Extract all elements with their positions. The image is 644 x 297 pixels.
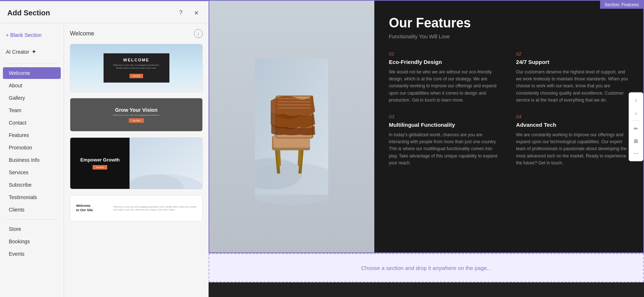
ai-creator-label: AI Creator <box>6 49 29 55</box>
feature-num-4: 04 <box>516 114 629 119</box>
sidebar-item-subscribe[interactable]: Subscribe <box>3 179 61 191</box>
feature-title-3: Multilingual Functionality <box>389 122 502 128</box>
svg-rect-14 <box>278 98 311 99</box>
sidebar-item-store[interactable]: Store <box>3 223 61 235</box>
layout-button[interactable]: ⊞ <box>630 135 641 146</box>
feature-title-2: 24/7 Support <box>516 59 629 65</box>
template-card-welcome[interactable]: WELCOME Welcome to your site, an engagin… <box>70 44 203 92</box>
features-main-title: Our Features <box>389 15 629 31</box>
features-dark-panel: Our Features Functionality You Will Love… <box>374 1 643 252</box>
feature-desc-3: In today's globalized world, chances are… <box>389 132 502 167</box>
panel-title: Add Section <box>7 9 50 17</box>
site-right-text: Welcome to your site and engaging descri… <box>113 205 196 212</box>
feature-desc-1: We would not be who we are without our e… <box>389 69 502 104</box>
more-button[interactable]: ⋯ <box>630 148 641 159</box>
sidebar-item-testimonials[interactable]: Testimonials <box>3 191 61 203</box>
sidebar-item-business-info[interactable]: Business Info <box>3 154 61 166</box>
move-up-button[interactable]: ↑ <box>630 95 641 106</box>
sidebar-item-promotion[interactable]: Promotion <box>3 142 61 153</box>
nav-divider <box>6 63 58 64</box>
panel-header-icons: ? ✕ <box>176 8 201 18</box>
toolbar-divider <box>632 120 640 121</box>
svg-rect-17 <box>278 107 311 108</box>
sidebar-item-gallery[interactable]: Gallery <box>3 92 61 104</box>
drop-zone-text: Choose a section and drop it anywhere on… <box>361 265 491 271</box>
close-button[interactable]: ✕ <box>191 8 201 18</box>
bottom-footer <box>209 282 644 297</box>
template-welcome-preview: WELCOME Welcome to your site, an engagin… <box>70 44 202 92</box>
panel-body: + Blank Section AI Creator ✦ Welcome Abo… <box>0 23 209 297</box>
sidebar-item-events[interactable]: Events <box>3 248 61 260</box>
empower-title: Empower Growth <box>80 157 120 163</box>
edit-button[interactable]: ✏ <box>630 123 641 134</box>
sidebar-item-features[interactable]: Features <box>3 129 61 141</box>
site-left-panel: Welcometo Our Site <box>76 204 109 212</box>
drop-zone[interactable]: Choose a section and drop it anywhere on… <box>209 253 644 282</box>
sidebar-item-bookings[interactable]: Bookings <box>3 236 61 247</box>
feature-item-2: 02 24/7 Support Our customers deserve th… <box>516 51 629 104</box>
welcome-box-button: See Now <box>130 74 143 78</box>
template-card-site[interactable]: Welcometo Our Site Welcome to your site … <box>70 195 203 221</box>
sidebar-nav: + Blank Section AI Creator ✦ Welcome Abo… <box>0 23 64 297</box>
welcome-box: WELCOME Welcome to your site, an engagin… <box>104 53 169 83</box>
move-down-button[interactable]: ↓ <box>630 107 641 118</box>
sidebar-item-clients[interactable]: Clients <box>3 204 61 216</box>
panel-header: Add Section ? ✕ <box>0 1 209 23</box>
sidebar-item-team[interactable]: Team <box>3 104 61 116</box>
features-grid: 01 Eco-Friendly Design We would not be w… <box>389 51 629 167</box>
template-card-empower[interactable]: Empower Growth See Now <box>70 137 203 189</box>
templates-category-title: Welcome <box>70 30 94 37</box>
grow-title: Grow Your Vision <box>115 107 158 113</box>
sidebar-item-services[interactable]: Services <box>3 167 61 178</box>
feature-title-4: Advanced Tech <box>516 122 629 128</box>
empower-left-panel: Empower Growth See Now <box>70 138 130 189</box>
blank-section-button[interactable]: + Blank Section <box>0 29 64 41</box>
features-subtitle: Functionality You Will Love <box>389 34 629 39</box>
sidebar-item-about[interactable]: About <box>3 80 61 91</box>
empower-right-panel <box>130 138 202 189</box>
svg-rect-15 <box>278 101 311 102</box>
help-button[interactable]: ? <box>176 8 186 18</box>
chair-image <box>209 1 374 252</box>
feature-title-1: Eco-Friendly Design <box>389 59 502 65</box>
nav-divider-2 <box>6 219 58 220</box>
empower-button: See Now <box>93 165 107 170</box>
template-card-grow[interactable]: Grow Your Vision Welcome to your site an… <box>70 98 203 132</box>
welcome-box-title: WELCOME <box>111 58 162 62</box>
grow-button: See Now <box>129 118 143 123</box>
template-grow-preview: Grow Your Vision Welcome to your site an… <box>70 98 202 131</box>
add-section-panel: Add Section ? ✕ + Blank Section AI Creat… <box>0 0 209 297</box>
svg-rect-16 <box>278 104 311 105</box>
features-image-panel <box>209 1 374 252</box>
section-label: Section: Features <box>600 1 643 9</box>
template-site-preview: Welcometo Our Site Welcome to your site … <box>70 195 202 221</box>
features-section: Section: Features <box>209 0 644 253</box>
feature-item-4: 04 Advanced Tech We are constantly worki… <box>516 114 629 167</box>
ai-creator-button[interactable]: AI Creator ✦ <box>0 45 64 58</box>
grow-text: Welcome to your site and engaging introd… <box>113 114 160 116</box>
templates-area: Welcome i WELCOME Welcome to your site, … <box>64 23 209 297</box>
feature-item-3: 03 Multilingual Functionality In today's… <box>389 114 502 167</box>
welcome-box-text: Welcome to your site, an engaging introd… <box>111 64 162 70</box>
side-toolbar: ↑ ↓ ✏ ⊞ ⋯ <box>629 92 643 161</box>
feature-desc-2: Our customers deserve the highest level … <box>516 69 629 104</box>
feature-num-2: 02 <box>516 51 629 57</box>
feature-num-3: 03 <box>389 114 502 119</box>
main-content: Section: Features <box>209 0 644 297</box>
feature-item-1: 01 Eco-Friendly Design We would not be w… <box>389 51 502 104</box>
templates-header: Welcome i <box>70 29 203 38</box>
ai-sparkle-icon: ✦ <box>31 48 36 55</box>
site-title: Welcometo Our Site <box>76 204 109 212</box>
sidebar-item-welcome[interactable]: Welcome <box>3 67 61 79</box>
feature-desc-4: We are constantly working to improve our… <box>516 132 629 167</box>
info-icon[interactable]: i <box>194 29 203 38</box>
sidebar-item-contact[interactable]: Contact <box>3 117 61 129</box>
feature-num-1: 01 <box>389 51 502 57</box>
template-empower-preview: Empower Growth See Now <box>70 138 202 189</box>
